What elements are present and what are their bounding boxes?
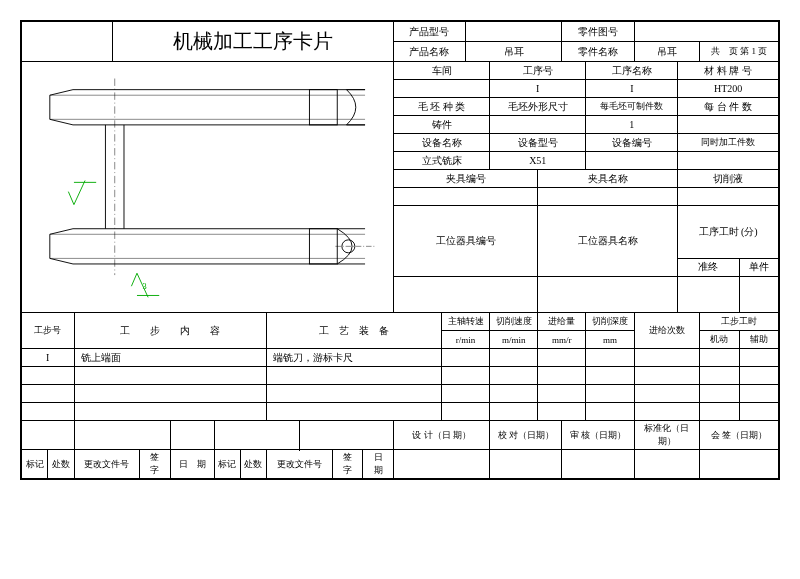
blank-type: 铸件 xyxy=(393,116,489,134)
per-machine xyxy=(678,116,779,134)
simul-parts-label: 同时加工件数 xyxy=(678,134,779,152)
step-row xyxy=(22,403,779,421)
step-no-header: 工步号 xyxy=(22,313,75,349)
workshop xyxy=(393,80,489,98)
sign-label: 会 签（日期） xyxy=(700,421,779,450)
simul-parts xyxy=(678,152,779,170)
tool-no xyxy=(393,276,537,313)
spindle-speed-unit: r/min xyxy=(442,331,490,349)
change-doc-label: 更改文件号 xyxy=(74,450,140,479)
aux-time-header: 辅助 xyxy=(739,331,779,349)
equip-model: X51 xyxy=(490,152,586,170)
material-label: 材 料 牌 号 xyxy=(678,62,779,80)
prep-label: 准终 xyxy=(678,258,739,276)
proc-time-label: 工序工时 (分) xyxy=(678,206,779,259)
step-row xyxy=(22,385,779,403)
proc-name-label: 工序名称 xyxy=(586,62,678,80)
blank-type-label: 毛 坯 种 类 xyxy=(393,98,489,116)
part-drawing-no xyxy=(634,22,779,42)
tool-name xyxy=(538,276,678,313)
sig-label: 签 字 xyxy=(140,450,171,479)
cut-speed-unit: m/min xyxy=(490,331,538,349)
step-content-header: 工 步 内 容 xyxy=(74,313,267,349)
change-doc-label-2: 更改文件号 xyxy=(267,450,333,479)
date-label: 日 期 xyxy=(170,450,214,479)
step-content: 铣上端面 xyxy=(74,349,267,367)
product-name: 吊耳 xyxy=(466,42,562,62)
date-label-2: 日 期 xyxy=(363,450,394,479)
sig-label-2: 签 字 xyxy=(332,450,363,479)
technical-drawing: 3 xyxy=(22,62,394,313)
fixture-no xyxy=(393,188,537,206)
equip-no xyxy=(586,152,678,170)
blank-qty-label: 每毛坯可制件数 xyxy=(586,98,678,116)
proc-no: I xyxy=(490,80,586,98)
feed-count-header: 进给次数 xyxy=(634,313,700,349)
mark-label-2: 标记 xyxy=(214,450,240,479)
blank-qty: 1 xyxy=(586,116,678,134)
page-info: 共 页 第 1 页 xyxy=(700,42,779,62)
proc-no-label: 工序号 xyxy=(490,62,586,80)
svg-rect-4 xyxy=(309,90,337,125)
fixture-no-label: 夹具编号 xyxy=(393,170,537,188)
svg-text:3: 3 xyxy=(143,282,147,291)
standard-label: 标准化（日期） xyxy=(634,421,700,450)
step-time-header: 工步工时 xyxy=(700,313,779,331)
product-model-label: 产品型号 xyxy=(393,22,465,42)
part-drawing-no-label: 零件图号 xyxy=(562,22,634,42)
qty-label-2: 处数 xyxy=(240,450,266,479)
equip-model-label: 设备型号 xyxy=(490,134,586,152)
prep-time xyxy=(678,276,739,313)
cut-depth-header: 切削深度 xyxy=(586,313,634,331)
form-title: 机械加工工序卡片 xyxy=(112,22,393,62)
process-equip-header: 工 艺 装 备 xyxy=(267,313,442,349)
check-label: 校 对（日期） xyxy=(490,421,562,450)
qty-label: 处数 xyxy=(48,450,74,479)
material: HT200 xyxy=(678,80,779,98)
unit-label: 单件 xyxy=(739,258,779,276)
proc-name: I xyxy=(586,80,678,98)
design-label: 设 计（日 期） xyxy=(393,421,489,450)
machine-time-header: 机动 xyxy=(700,331,739,349)
cut-depth-unit: mm xyxy=(586,331,634,349)
blank-dim xyxy=(490,116,586,134)
cut-speed-header: 切削速度 xyxy=(490,313,538,331)
step-no: I xyxy=(22,349,75,367)
part-name-label: 零件名称 xyxy=(562,42,634,62)
equip-no-label: 设备编号 xyxy=(586,134,678,152)
equip-name: 立式铣床 xyxy=(393,152,489,170)
equip-name-label: 设备名称 xyxy=(393,134,489,152)
fixture-name xyxy=(538,188,678,206)
product-name-label: 产品名称 xyxy=(393,42,465,62)
spindle-speed-header: 主轴转速 xyxy=(442,313,490,331)
part-name: 吊耳 xyxy=(634,42,700,62)
blank-dim-label: 毛坯外形尺寸 xyxy=(490,98,586,116)
fixture-name-label: 夹具名称 xyxy=(538,170,678,188)
unit-time xyxy=(739,276,779,313)
tool-no-label: 工位器具编号 xyxy=(393,206,537,277)
per-machine-label: 每 台 件 数 xyxy=(678,98,779,116)
audit-label: 审 核（日期） xyxy=(562,421,634,450)
mark-label: 标记 xyxy=(22,450,48,479)
coolant xyxy=(678,188,779,206)
coolant-label: 切削液 xyxy=(678,170,779,188)
feed-header: 进给量 xyxy=(538,313,586,331)
product-model xyxy=(466,22,562,42)
workshop-label: 车间 xyxy=(393,62,489,80)
step-row: I 铣上端面 端铣刀，游标卡尺 xyxy=(22,349,779,367)
feed-unit: mm/r xyxy=(538,331,586,349)
tool-name-label: 工位器具名称 xyxy=(538,206,678,277)
step-row xyxy=(22,367,779,385)
svg-rect-11 xyxy=(309,229,337,264)
step-equip: 端铣刀，游标卡尺 xyxy=(267,349,442,367)
